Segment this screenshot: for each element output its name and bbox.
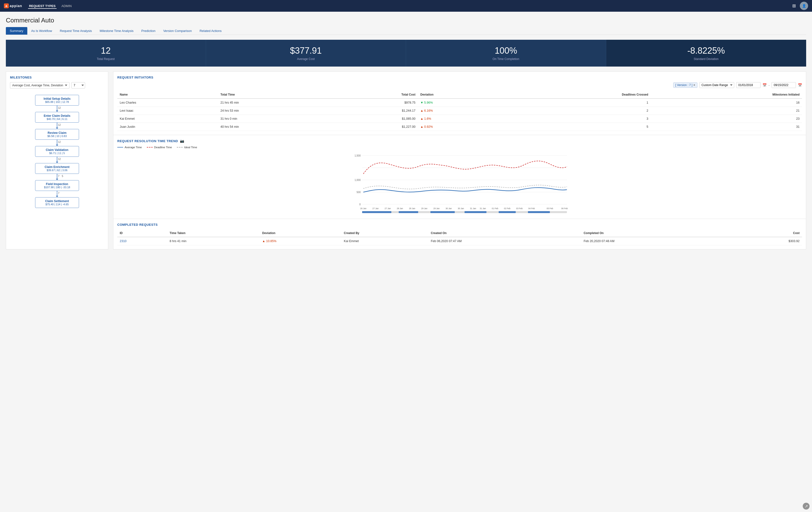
version-badge-text: [ Version : 7 ] [675,83,693,87]
stat-card-std-deviation: -8.8225% Standard Deviation [606,40,806,66]
wf-arrow-1 [56,111,58,112]
svg-text:27 Jan: 27 Jan [384,207,391,210]
chart-title: REQUEST RESOLUTION TIME TREND [117,139,178,143]
col-time-taken: Time Taken [167,230,260,237]
wf-node-claim-validation[interactable]: Claim Validation $6.71 | 11 | 5 [35,146,79,157]
col-completed-on: Completed On [581,230,734,237]
completed-requests-table: ID Time Taken Deviation Created By Creat… [117,230,802,245]
legend-line-ideal [177,147,183,148]
chart-svg: 1,500 1,000 500 0 26 Jan 27 Jan 2 [117,151,802,214]
stat-card-on-time-completion: 100% On Time Completion [406,40,606,66]
wf-node-claim-enrichment[interactable]: Claim Enrichment $39.67 | 62 | 3.06 [35,163,79,174]
wf-arrow-4 [56,162,58,163]
svg-text:02 Feb: 02 Feb [504,207,511,210]
wf-node-data-3: $6.58 | 10 | 0.83 [39,134,75,138]
wf-node-initial-setup[interactable]: Initial Setup Details $65.88 | 102 | 12.… [35,95,79,106]
svg-text:06 Feb: 06 Feb [561,207,568,210]
col-deviation: Deviation [418,91,503,98]
appian-logo-icon: a [4,3,9,8]
calendar-to-icon[interactable]: 📅 [798,83,802,87]
table-header-row: Name Total Time Total Cost Deviation Dea… [117,91,802,98]
legend-deadline-time: Deadline Time [147,146,172,149]
tab-milestone-time-analysis[interactable]: Milestone Time Analysis [96,27,138,35]
nav-link-request-types[interactable]: REQUEST TYPES [28,3,57,9]
legend-line-avg [117,147,123,148]
milestone-count-select[interactable]: 7 [71,82,85,89]
chart-camera-icon[interactable]: 📷 [180,139,184,143]
svg-text:28 Jan: 28 Jan [409,207,415,210]
wf-node-claim-settlement[interactable]: Claim Settlement $75.40 | 114 | -4.65 [35,197,79,208]
legend-ideal-time: Ideal Time [177,146,197,149]
wf-node-enter-claim[interactable]: Enter Claim Details $40.70 | 64 | 6.11 [35,112,79,123]
calendar-from-icon[interactable]: 📅 [762,83,766,87]
version-badge-close[interactable]: × [694,83,695,87]
svg-rect-31 [499,211,516,213]
wf-label-1: 12 [58,107,61,109]
completed-header-row: ID Time Taken Deviation Created By Creat… [117,230,802,237]
stat-value-on-time-completion: 100% [411,46,601,56]
svg-text:1,000: 1,000 [354,179,360,181]
appian-logo-text: appian [10,4,22,8]
scroll-hint-icon[interactable]: ↗ [803,503,810,510]
tab-prediction[interactable]: Prediction [138,27,160,35]
milestone-controls: Average Cost, Average Time, Deviation 7 [10,82,104,89]
wf-node-title-6: Field Inspection [39,182,75,186]
wf-arrow-6 [56,196,58,197]
tab-request-time-analysis[interactable]: Request Time Analysis [56,27,96,35]
stat-card-average-cost: $377.91 Average Cost [206,40,406,66]
milestones-section: MILESTONES Average Cost, Average Time, D… [6,71,108,249]
date-to-input[interactable] [772,82,796,88]
chart-container: 1,500 1,000 500 0 26 Jan 27 Jan 2 [117,151,802,215]
col-created-by: Created By [341,230,429,237]
cell-total-time: 24 hrs 53 min [218,107,328,115]
initiators-section: REQUEST INITIATORS [ Version : 7 ] × Cus… [113,71,806,135]
initiators-table: Name Total Time Total Cost Deviation Dea… [117,91,802,131]
svg-rect-32 [528,211,550,213]
stat-value-total-request: 12 [11,46,201,56]
legend-label-deadline: Deadline Time [154,146,172,149]
wf-node-field-inspection[interactable]: Field Inspection $107.98 | 180 | -33.18 [35,180,79,191]
tab-version-comparison[interactable]: Version Comparison [159,27,196,35]
date-range-select[interactable]: Custom Date Range [699,82,734,88]
legend-label-avg: Average Time [125,146,142,149]
avatar[interactable]: 👤 [800,2,808,10]
tab-summary[interactable]: Summary [6,27,27,35]
wf-node-data-5: $39.67 | 62 | 3.06 [39,169,75,172]
right-section: REQUEST INITIATORS [ Version : 7 ] × Cus… [113,71,806,249]
wf-label-2: 12 [58,124,61,126]
col-name: Name [117,91,218,98]
cell-deviation: ▲ 10.85% [260,237,341,245]
svg-text:29 Jan: 29 Jan [433,207,440,210]
milestone-filter-select[interactable]: Average Cost, Average Time, Deviation [10,82,69,89]
tab-as-is-workflow[interactable]: As Is Workflow [27,27,56,35]
wf-arrow-2 [56,127,58,129]
wf-arrow-5 [56,179,58,180]
table-row: Kai Emmet 31 hrs 0 min $1,085.00 ▲ 1.6% … [117,115,802,123]
col-deadlines: Deadlines Crossed [503,91,650,98]
top-navigation: a appian REQUEST TYPES ADMIN ⊞ 👤 [0,0,812,12]
stat-label-std-deviation: Standard Deviation [611,57,802,61]
cell-completed-on: Feb 20,2020 07:48 AM [581,237,734,245]
grid-icon[interactable]: ⊞ [792,3,796,8]
svg-text:27 Jan: 27 Jan [372,207,379,210]
cell-total-cost: $1,085.00 [328,115,418,123]
cell-total-cost: $1,244.17 [328,107,418,115]
page-content: Commercial Auto Summary As Is Workflow R… [0,12,812,512]
cell-deadlines: 5 [503,123,650,131]
wf-node-review-claim[interactable]: Review Claim $6.58 | 10 | 0.83 [35,129,79,140]
legend-avg-time: Average Time [117,146,142,149]
col-created-on: Created On [429,230,581,237]
request-initiators-title: REQUEST INITIATORS [117,76,802,79]
svg-text:26 Jan: 26 Jan [360,207,367,210]
cell-time-taken: 8 hrs 41 min [167,237,260,245]
cell-deadlines: 3 [503,115,650,123]
wf-node-title-2: Enter Claim Details [39,114,75,118]
svg-text:31 Jan: 31 Jan [480,207,486,210]
tab-related-actions[interactable]: Related Actions [196,27,225,35]
svg-rect-30 [465,211,487,213]
completed-requests-section: COMPLETED REQUESTS ID Time Taken Deviati… [113,219,806,249]
wf-node-title-3: Review Claim [39,131,75,134]
request-id-link[interactable]: 2310 [120,239,126,243]
date-from-input[interactable] [736,82,760,88]
nav-link-admin[interactable]: ADMIN [60,3,72,9]
